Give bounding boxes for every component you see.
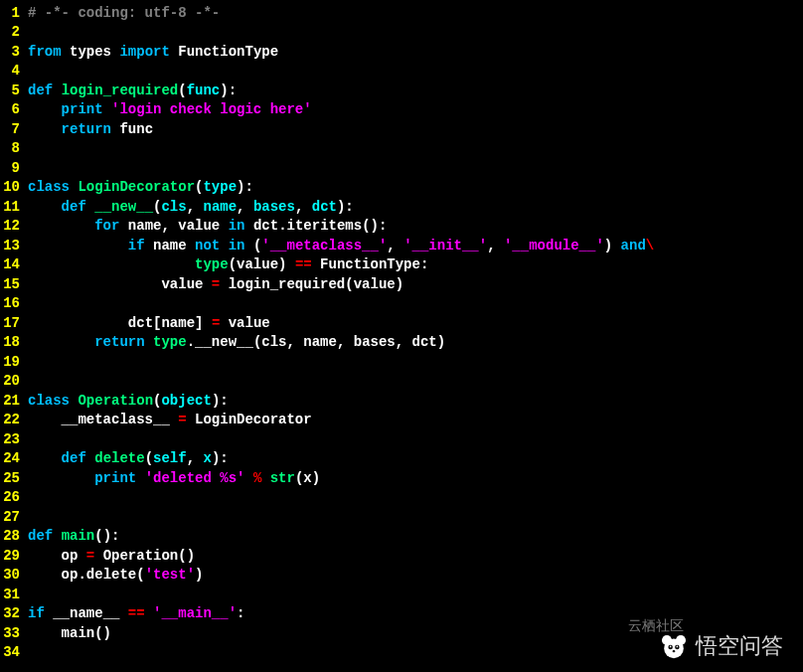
- code-content: # -*- coding: utf-8 -*-: [28, 4, 220, 24]
- code-content: value = login_required(value): [28, 275, 403, 295]
- line-number: 19: [0, 353, 28, 373]
- code-content: op.delete('test'): [28, 566, 203, 586]
- line-number: 18: [0, 333, 28, 353]
- line-number: 2: [0, 23, 28, 43]
- code-content: def main():: [28, 527, 119, 547]
- line-number: 31: [0, 586, 28, 605]
- line-number: 10: [0, 178, 28, 198]
- code-line: 16: [0, 295, 803, 315]
- code-line: 14 type(value) == FunctionType:: [0, 256, 803, 276]
- line-number: 15: [0, 275, 28, 295]
- code-content: print 'login check logic here': [28, 100, 312, 120]
- code-content: class LoginDecorator(type):: [28, 178, 253, 198]
- line-number: 7: [0, 120, 28, 140]
- code-content: if __name__ == '__main__':: [28, 604, 244, 624]
- line-number: 6: [0, 100, 28, 120]
- code-content: def __new__(cls, name, bases, dct):: [28, 198, 354, 218]
- line-number: 25: [0, 469, 28, 489]
- panda-icon: [660, 633, 688, 661]
- code-line: 28def main():: [0, 528, 803, 548]
- line-number: 5: [0, 82, 28, 101]
- code-line: 27: [0, 508, 803, 528]
- svg-point-7: [673, 650, 676, 652]
- code-line: 30 op.delete('test'): [0, 567, 803, 587]
- line-number: 13: [0, 237, 28, 256]
- code-content: for name, value in dct.iteritems():: [28, 217, 387, 237]
- line-number: 4: [0, 62, 28, 82]
- line-number: 8: [0, 139, 28, 159]
- svg-point-6: [677, 645, 679, 647]
- line-number: 26: [0, 488, 28, 508]
- code-line: 7 return func: [0, 120, 803, 140]
- code-line: 11 def __new__(cls, name, bases, dct):: [0, 198, 803, 218]
- line-number: 32: [0, 604, 28, 624]
- code-line: 19: [0, 353, 803, 373]
- line-number: 14: [0, 255, 28, 275]
- line-number: 22: [0, 411, 28, 430]
- line-number: 29: [0, 547, 28, 567]
- code-line: 1# -*- coding: utf-8 -*-: [0, 4, 803, 24]
- code-content: op = Operation(): [28, 547, 195, 567]
- code-line: 13 if name not in ('__metaclass__', '__i…: [0, 237, 803, 256]
- line-number: 12: [0, 217, 28, 237]
- line-number: 33: [0, 624, 28, 644]
- code-line: 4: [0, 63, 803, 83]
- line-number: 23: [0, 430, 28, 450]
- code-line: 26: [0, 489, 803, 509]
- svg-point-5: [670, 645, 672, 647]
- code-line: 15 value = login_required(value): [0, 275, 803, 295]
- line-number: 30: [0, 566, 28, 586]
- code-content: if name not in ('__metaclass__', '__init…: [28, 237, 654, 256]
- line-number: 27: [0, 508, 28, 528]
- line-number: 28: [0, 527, 28, 547]
- code-line: 25 print 'deleted %s' % str(x): [0, 469, 803, 489]
- code-line: 24 def delete(self, x):: [0, 450, 803, 470]
- code-line: 6 print 'login check logic here': [0, 101, 803, 121]
- code-line: 10class LoginDecorator(type):: [0, 179, 803, 199]
- line-number: 24: [0, 449, 28, 469]
- code-content: class Operation(object):: [28, 392, 229, 412]
- line-number: 17: [0, 314, 28, 334]
- code-content: return type.__new__(cls, name, bases, dc…: [28, 333, 445, 353]
- code-content: __metaclass__ = LoginDecorator: [28, 411, 312, 430]
- code-line: 9: [0, 159, 803, 179]
- code-line: 3from types import FunctionType: [0, 43, 803, 63]
- code-line: 21class Operation(object):: [0, 392, 803, 412]
- watermark-text: 悟空问答: [696, 631, 783, 662]
- svg-point-2: [664, 638, 684, 658]
- code-content: from types import FunctionType: [28, 43, 278, 63]
- line-number: 20: [0, 372, 28, 392]
- code-content: def delete(self, x):: [28, 449, 229, 469]
- code-line: 23: [0, 430, 803, 450]
- watermark: 悟空问答: [660, 631, 783, 662]
- code-content: def login_required(func):: [28, 82, 237, 101]
- code-line: 2: [0, 24, 803, 44]
- line-number: 11: [0, 198, 28, 218]
- code-line: 22 __metaclass__ = LoginDecorator: [0, 412, 803, 431]
- line-number: 3: [0, 43, 28, 63]
- code-line: 31: [0, 586, 803, 605]
- code-line: 12 for name, value in dct.iteritems():: [0, 218, 803, 238]
- line-number: 16: [0, 294, 28, 314]
- line-number: 1: [0, 4, 28, 24]
- code-line: 17 dct[name] = value: [0, 314, 803, 334]
- code-content: dct[name] = value: [28, 314, 270, 334]
- code-line: 20: [0, 373, 803, 393]
- line-number: 34: [0, 643, 28, 663]
- code-content: return func: [28, 120, 153, 140]
- code-content: main(): [28, 624, 111, 644]
- code-line: 8: [0, 140, 803, 160]
- code-line: 29 op = Operation(): [0, 547, 803, 567]
- code-content: print 'deleted %s' % str(x): [28, 469, 320, 489]
- code-editor: 1# -*- coding: utf-8 -*-23from types imp…: [0, 4, 803, 663]
- code-line: 5def login_required(func):: [0, 82, 803, 101]
- line-number: 21: [0, 392, 28, 412]
- code-content: type(value) == FunctionType:: [28, 255, 428, 275]
- code-line: 18 return type.__new__(cls, name, bases,…: [0, 334, 803, 354]
- line-number: 9: [0, 159, 28, 179]
